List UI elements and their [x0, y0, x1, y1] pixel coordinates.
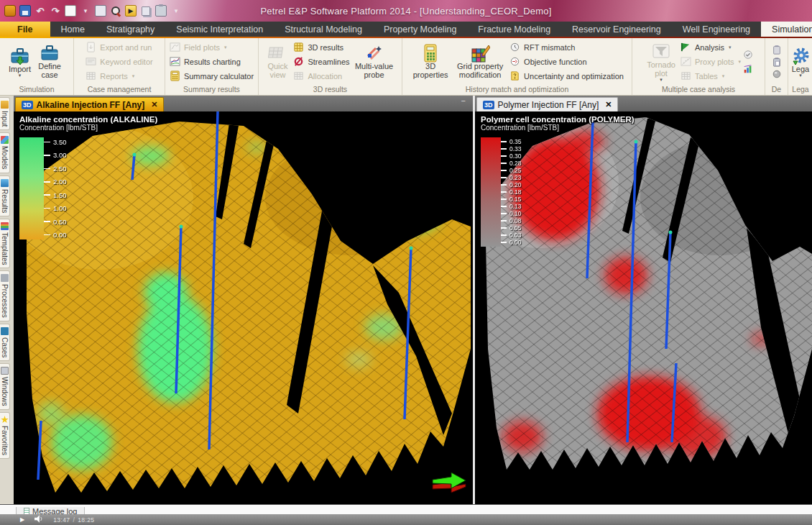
- field-plots-button[interactable]: Field plots ▾: [170, 41, 254, 55]
- ribbon: Import ▾ Define case Simulation Export a…: [0, 38, 812, 96]
- grid-property-modification-button[interactable]: Grid property modification: [453, 43, 507, 80]
- allocation-button[interactable]: Allocation: [293, 70, 349, 83]
- legacy-gear-icon: [791, 47, 810, 65]
- sidebar-tab-icon: [1, 274, 9, 282]
- grid-property-modification-icon: [470, 44, 490, 63]
- copy-icon[interactable]: [142, 6, 150, 16]
- streamlines-button[interactable]: Streamlines: [293, 55, 349, 69]
- alkaline-3d-canvas[interactable]: Alkaline concentration (ALKALINE) Concen…: [14, 111, 473, 504]
- ribbon-tab[interactable]: Stratigraphy: [96, 22, 165, 37]
- define-case-button[interactable]: Define case: [34, 43, 65, 80]
- ribbon-tab[interactable]: Reservoir Engineering: [561, 22, 672, 37]
- ribbon-tab[interactable]: Home: [50, 22, 96, 37]
- proxy-plots-button[interactable]: Proxy plots ▾: [680, 55, 741, 69]
- summary-calculator-button[interactable]: Summary calculator: [170, 70, 254, 83]
- ribbon-tab[interactable]: Fracture Modeling: [467, 22, 561, 37]
- sidebar-tab-icon: [1, 179, 9, 187]
- sidebar-tab[interactable]: Results: [0, 175, 10, 216]
- volume-icon[interactable]: [34, 515, 43, 524]
- ribbon-tab[interactable]: Property Modeling: [373, 22, 467, 37]
- run-simulation-icon[interactable]: ▶: [125, 5, 137, 17]
- sidebar-tab[interactable]: Windows: [0, 363, 10, 410]
- left-viewport-tab[interactable]: 3D Alkaline Injection FF [Any] ✕: [15, 97, 164, 111]
- objective-function-button[interactable]: Objective function: [509, 55, 624, 69]
- keyword-editor-button[interactable]: Keyword editor: [86, 55, 152, 69]
- toolbar-more-icon[interactable]: ▾: [170, 5, 182, 17]
- ribbon-group-summary-results: Field plots ▾ Results charting Summary c…: [165, 38, 259, 95]
- tornado-plot-icon: [652, 42, 670, 61]
- reports-icon: [86, 70, 97, 82]
- tornado-plot-caret-icon: ▾: [660, 78, 663, 81]
- paste-icon[interactable]: [155, 5, 167, 17]
- right-viewport-titlebar: 3D Polymer Injection FF [Any] ✕: [475, 96, 812, 111]
- sidebar-tab[interactable]: Input: [0, 97, 10, 130]
- legacy-button[interactable]: Lega ▾: [790, 46, 811, 78]
- ribbon-tab[interactable]: Structural Modeling: [274, 22, 373, 37]
- right-viewport-title: Polymer Injection FF [Any]: [498, 100, 599, 110]
- left-viewport-titlebar: 3D Alkaline Injection FF [Any] ✕ −: [14, 96, 473, 111]
- 3d-window-badge-icon: 3D: [22, 101, 33, 109]
- save-icon[interactable]: [19, 5, 31, 17]
- field-plots-caret-icon: ▾: [224, 45, 227, 50]
- tornado-plot-button[interactable]: Tornado plot ▾: [644, 42, 678, 82]
- quick-view-icon: [268, 44, 287, 63]
- quick-access-toolbar: ↶ ↷ ▾ ▶ ▾: [0, 5, 182, 17]
- sphere-icon[interactable]: [772, 69, 782, 79]
- right-viewport-tab[interactable]: 3D Polymer Injection FF [Any] ✕: [476, 97, 618, 111]
- results-charting-button[interactable]: Results charting: [170, 55, 254, 69]
- sidebar-tab-icon: [1, 416, 9, 424]
- ribbon-tab[interactable]: File: [0, 22, 50, 37]
- play-button[interactable]: ▶: [20, 516, 24, 523]
- sidebar-tab[interactable]: Models: [0, 132, 10, 173]
- summary-calculator-icon: [170, 70, 181, 82]
- define-case-briefcase-icon: [40, 44, 59, 63]
- ribbon-tab[interactable]: Seismic Interpretation: [165, 22, 274, 37]
- import-button[interactable]: Import ▾: [8, 46, 32, 78]
- copy-case-clipboard-icon[interactable]: [772, 45, 782, 55]
- multi-value-probe-button[interactable]: Multi-value probe: [352, 43, 397, 80]
- rft-mismatch-button[interactable]: RFT mismatch: [509, 41, 624, 55]
- proxy-plots-caret-icon: ▾: [738, 59, 741, 65]
- export-and-run-button[interactable]: Export and run: [86, 41, 152, 55]
- analysis-button[interactable]: Analysis ▾: [680, 41, 741, 55]
- petrel-app-icon[interactable]: [4, 5, 16, 17]
- sidebar-tab[interactable]: Favorites: [0, 412, 10, 459]
- left-viewport-minimize-button[interactable]: −: [461, 97, 466, 104]
- undo-icon[interactable]: ↶: [34, 5, 46, 17]
- ribbon-group-case-management: Export and run Keyword editor Reports ▾ …: [74, 38, 165, 95]
- split-view-icon[interactable]: [95, 5, 106, 17]
- group-label-history-match: History match and optimization: [402, 84, 632, 95]
- search-icon[interactable]: [110, 5, 121, 17]
- define-case-label: Define case: [34, 63, 65, 79]
- import-briefcase-icon: [10, 47, 30, 65]
- uncertainty-optimization-button[interactable]: Uncertainty and optimization: [509, 70, 624, 83]
- paste-case-clipboard-icon[interactable]: [772, 57, 782, 67]
- multi-chart-icon[interactable]: [743, 64, 753, 74]
- redo-icon[interactable]: ↷: [50, 5, 61, 17]
- right-viewport-close-button[interactable]: ✕: [605, 100, 612, 109]
- sidebar-tab[interactable]: Cases: [0, 324, 10, 361]
- analysis-chart-icon: [680, 42, 692, 53]
- reports-caret-icon: ▾: [132, 73, 135, 79]
- streamlines-icon: [293, 56, 305, 68]
- sidebar-tab[interactable]: Templates: [0, 219, 10, 269]
- left-viewport-close-button[interactable]: ✕: [151, 100, 157, 109]
- right-viewport: 3D Polymer Injection FF [Any] ✕: [475, 96, 812, 504]
- new-window-icon[interactable]: [65, 5, 76, 17]
- quick-view-button[interactable]: Quick view: [264, 43, 291, 80]
- ribbon-tab[interactable]: Well Engineering: [672, 22, 761, 37]
- tables-button[interactable]: Tables ▾: [680, 70, 741, 83]
- polymer-3d-canvas[interactable]: Polymer cell concentration (POLYMER) Con…: [475, 111, 812, 504]
- sidebar-tab[interactable]: Processes: [0, 270, 10, 321]
- 3d-results-button[interactable]: 3D results: [293, 41, 349, 55]
- new-window-dropdown-caret[interactable]: ▾: [80, 5, 91, 17]
- group-label-de: De: [765, 84, 788, 95]
- ribbon-tab[interactable]: Simulation: [761, 22, 812, 37]
- circled-check-icon[interactable]: [743, 50, 753, 60]
- reports-button[interactable]: Reports ▾: [86, 70, 152, 83]
- 3d-properties-button[interactable]: 3D properties: [410, 43, 451, 80]
- left-viewport: 3D Alkaline Injection FF [Any] ✕ −: [14, 96, 473, 504]
- field-plots-icon: [170, 42, 181, 53]
- objective-function-icon: [509, 56, 521, 68]
- ribbon-tab-strip: File Home Stratigraphy Seismic Interpret…: [0, 22, 812, 37]
